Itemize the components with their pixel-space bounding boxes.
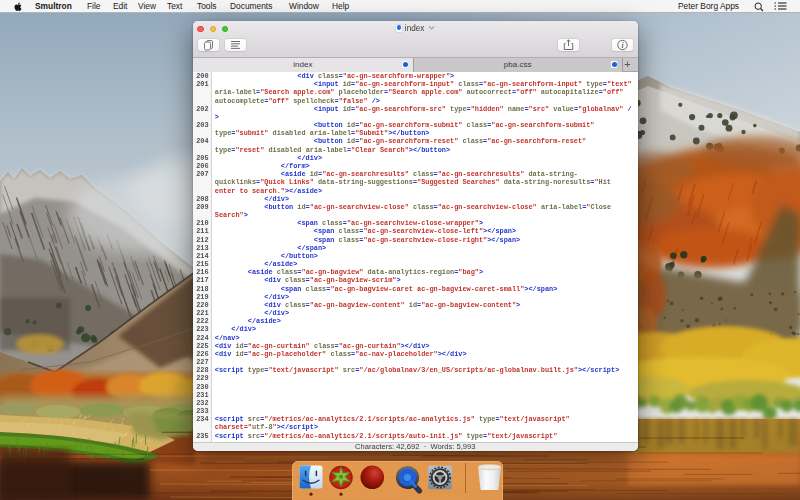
svg-text:i: i	[621, 40, 624, 49]
